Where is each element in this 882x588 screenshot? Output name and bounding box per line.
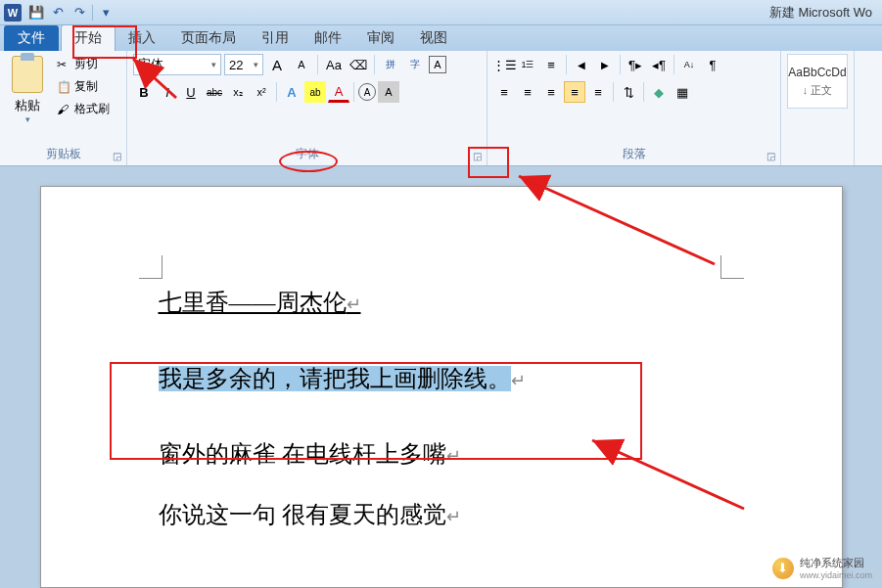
line-spacing-button[interactable]: ⇅: [618, 81, 639, 103]
align-center-button[interactable]: ≡: [517, 81, 538, 103]
brush-icon: 🖌: [57, 103, 70, 116]
watermark: ⬇ 纯净系统家园 www.yidaimei.com: [772, 556, 872, 580]
selected-text[interactable]: 我是多余的，请把我上画删除线。: [159, 366, 511, 391]
font-group-label: 字体: [133, 144, 481, 164]
char-border-button[interactable]: A: [429, 56, 446, 73]
paste-button[interactable]: 粘贴 ▾: [6, 54, 49, 144]
strike-button[interactable]: abc: [204, 81, 225, 103]
bullets-button[interactable]: ⋮☰: [493, 54, 515, 75]
watermark-logo-icon: ⬇: [772, 558, 794, 579]
enclose-char-button[interactable]: 字: [404, 54, 426, 75]
circle-enclose-button[interactable]: A: [358, 83, 376, 101]
style-normal[interactable]: AaBbCcDd ↓ 正文: [787, 54, 848, 109]
numbering-button[interactable]: 1☰: [517, 54, 538, 75]
rtl-button[interactable]: ◂¶: [648, 54, 670, 75]
cut-button[interactable]: ✂ 剪切: [53, 54, 114, 74]
style-name: ↓ 正文: [803, 83, 833, 98]
paragraph-mark-icon: ↵: [347, 294, 361, 314]
shading-button[interactable]: ◆: [648, 81, 670, 103]
format-painter-label: 格式刷: [74, 101, 110, 117]
tab-page-layout[interactable]: 页面布局: [168, 25, 249, 51]
align-left-button[interactable]: ≡: [493, 81, 515, 103]
highlight-button[interactable]: ab: [304, 81, 326, 103]
paragraph-mark-icon: ↵: [446, 446, 461, 466]
tab-home[interactable]: 开始: [61, 24, 116, 51]
qat-save[interactable]: 💾: [25, 3, 47, 23]
doc-line-2[interactable]: 我是多余的，请把我上画删除线。↵: [159, 351, 724, 408]
underline-button[interactable]: U: [180, 81, 202, 103]
borders-button[interactable]: ▦: [672, 81, 693, 103]
multilevel-button[interactable]: ≡: [540, 54, 562, 75]
tab-mailings[interactable]: 邮件: [302, 25, 354, 51]
font-size-select[interactable]: 22 ▾: [224, 54, 263, 75]
bold-button[interactable]: B: [133, 81, 155, 103]
font-size-value: 22: [229, 58, 243, 72]
paragraph-group-label: 段落: [493, 144, 774, 164]
font-name-value: 宋体: [138, 56, 163, 73]
format-painter-button[interactable]: 🖌 格式刷: [53, 99, 114, 119]
ribbon: 粘贴 ▾ ✂ 剪切 📋 复制 🖌 格式刷 剪贴板 ◲: [0, 51, 882, 166]
clear-formatting-button[interactable]: ⌫: [348, 54, 369, 75]
tab-insert[interactable]: 插入: [116, 25, 168, 51]
subscript-button[interactable]: x₂: [227, 81, 249, 103]
grow-font-button[interactable]: A: [266, 54, 288, 75]
qat-customize[interactable]: ▾: [95, 3, 116, 23]
decrease-indent-button[interactable]: ◀: [571, 54, 592, 75]
separator: [673, 55, 674, 74]
qat-redo[interactable]: ↷: [69, 3, 90, 23]
separator: [317, 55, 318, 74]
doc-line-3[interactable]: 窗外的麻雀 在电线杆上多嘴↵: [159, 427, 724, 483]
tab-review[interactable]: 审阅: [354, 25, 407, 51]
doc-line-4[interactable]: 你说这一句 很有夏天的感觉↵: [159, 487, 724, 544]
tab-view[interactable]: 视图: [407, 25, 460, 51]
chevron-down-icon: ▾: [211, 60, 216, 69]
group-styles: AaBbCcDd ↓ 正文: [781, 51, 855, 165]
group-paragraph: ⋮☰ 1☰ ≡ ◀ ▶ ¶▸ ◂¶ A↓ ¶ ≡ ≡ ≡ ≡ ≡ ⇅: [487, 51, 781, 165]
ltr-button[interactable]: ¶▸: [625, 54, 646, 75]
cut-label: 剪切: [74, 56, 98, 72]
copy-icon: 📋: [57, 80, 70, 94]
scissors-icon: ✂: [57, 58, 70, 71]
paragraph-mark-icon: ↵: [511, 371, 526, 390]
italic-button[interactable]: I: [157, 81, 178, 103]
paste-icon: [12, 56, 43, 93]
change-case-button[interactable]: Aa: [323, 54, 345, 75]
style-sample: AaBbCcDd: [788, 66, 846, 79]
titlebar: W 💾 ↶ ↷ ▾ 新建 Microsoft Wo: [0, 0, 882, 25]
increase-indent-button[interactable]: ▶: [594, 54, 616, 75]
separator: [643, 82, 644, 102]
margin-corner-tr: [720, 255, 744, 279]
phonetic-guide-button[interactable]: 拼: [380, 54, 401, 75]
word-icon: W: [4, 4, 22, 22]
distribute-button[interactable]: ≡: [587, 81, 609, 103]
doc-line-1[interactable]: 七里香——周杰伦↵: [159, 275, 724, 332]
paragraph-launcher[interactable]: ◲: [764, 149, 777, 162]
text-effects-button[interactable]: A: [281, 81, 302, 103]
copy-button[interactable]: 📋 复制: [53, 76, 114, 97]
qat-separator: [92, 5, 93, 21]
font-launcher[interactable]: ◲: [470, 149, 484, 162]
paragraph-mark-icon: ↵: [446, 507, 461, 526]
show-marks-button[interactable]: ¶: [702, 54, 723, 75]
paste-dropdown-icon: ▾: [25, 114, 30, 124]
window-title: 新建 Microsoft Wo: [116, 4, 878, 22]
sort-button[interactable]: A↓: [678, 54, 700, 75]
shrink-font-button[interactable]: A: [291, 54, 312, 75]
superscript-button[interactable]: x²: [251, 81, 272, 103]
separator: [374, 55, 375, 74]
font-name-select[interactable]: 宋体 ▾: [133, 54, 221, 75]
margin-corner-tl: [139, 255, 162, 279]
justify-button[interactable]: ≡: [564, 81, 585, 103]
tab-references[interactable]: 引用: [249, 25, 302, 51]
align-right-button[interactable]: ≡: [540, 81, 562, 103]
tab-file[interactable]: 文件: [4, 25, 59, 51]
separator: [353, 82, 354, 102]
separator: [620, 55, 621, 74]
clipboard-launcher[interactable]: ◲: [110, 149, 123, 162]
document-area[interactable]: 七里香——周杰伦↵ 我是多余的，请把我上画删除线。↵ 窗外的麻雀 在电线杆上多嘴…: [0, 166, 882, 588]
font-color-button[interactable]: A: [328, 81, 349, 103]
clipboard-group-label: 剪贴板: [6, 144, 120, 164]
char-shading-button[interactable]: A: [378, 81, 399, 103]
qat-undo[interactable]: ↶: [47, 3, 69, 23]
page[interactable]: 七里香——周杰伦↵ 我是多余的，请把我上画删除线。↵ 窗外的麻雀 在电线杆上多嘴…: [40, 186, 843, 588]
